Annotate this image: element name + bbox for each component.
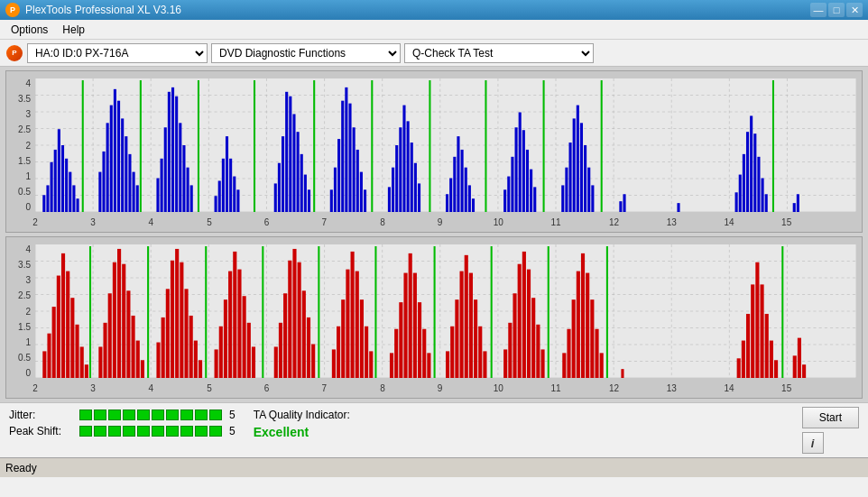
svg-rect-58 [218,180,221,212]
svg-rect-61 [229,159,232,212]
svg-rect-261 [581,253,585,378]
green-bar [108,410,121,420]
green-bar [152,410,164,420]
svg-rect-83 [356,150,359,212]
info-button[interactable]: i [802,432,824,454]
svg-rect-133 [750,115,753,212]
green-bar [137,410,150,420]
svg-rect-66 [278,163,281,212]
svg-rect-168 [61,253,65,378]
svg-rect-208 [279,323,282,378]
jitter-bars [79,410,222,420]
svg-rect-221 [351,252,355,378]
svg-rect-270 [746,314,750,378]
menu-help[interactable]: Help [55,22,92,38]
close-button[interactable]: ✕ [846,3,863,17]
svg-rect-254 [536,325,540,378]
device-select[interactable]: HA:0 ID:0 PX-716A [27,43,208,63]
svg-rect-36 [106,123,109,212]
svg-rect-255 [540,349,544,378]
minimize-button[interactable]: — [810,3,826,17]
svg-rect-114 [533,187,536,212]
menu-bar: Options Help [0,20,868,40]
svg-rect-222 [356,272,359,378]
svg-rect-215 [311,345,315,378]
green-bar [123,410,135,420]
maximize-button[interactable]: □ [828,3,845,17]
svg-rect-134 [753,133,756,212]
green-bar [166,410,179,420]
device-icon: P [5,44,23,62]
function-select[interactable]: DVD Diagnostic Functions [211,43,401,63]
svg-rect-76 [330,189,333,212]
svg-rect-267 [621,369,623,378]
y-axis-red: 4 3.5 3 2.5 2 1.5 1 0.5 0 [6,244,33,378]
status-area: Jitter: 5 Peak Shift: [0,403,793,457]
svg-rect-95 [418,183,420,212]
menu-options[interactable]: Options [4,22,55,38]
svg-rect-118 [569,143,572,212]
svg-rect-40 [121,118,124,212]
svg-rect-68 [285,92,288,212]
svg-rect-107 [507,177,510,212]
svg-rect-46 [156,179,159,212]
svg-rect-209 [283,293,287,378]
svg-rect-236 [434,246,436,378]
svg-rect-264 [595,329,598,378]
svg-rect-173 [85,364,88,378]
svg-rect-62 [233,177,235,212]
svg-rect-223 [360,299,364,378]
svg-rect-26 [54,150,57,212]
svg-rect-234 [422,329,426,378]
svg-rect-191 [180,262,183,378]
svg-rect-252 [527,270,531,378]
svg-rect-238 [450,327,454,378]
svg-rect-201 [233,252,236,378]
svg-rect-206 [262,246,263,378]
jitter-row: Jitter: 5 [9,409,235,421]
svg-rect-34 [98,172,101,212]
charts-area: 4 3.5 3 2.5 2 1.5 1 0.5 0 [0,67,868,402]
svg-rect-89 [395,145,398,212]
peak-shift-label: Peak Shift: [9,425,72,437]
svg-rect-117 [565,168,568,212]
svg-rect-123 [587,168,590,212]
svg-rect-171 [75,325,78,378]
svg-rect-199 [224,299,227,378]
svg-rect-56 [198,80,199,212]
peak-shift-bars [79,426,222,437]
y-axis-blue: 4 3.5 3 2.5 2 1.5 1 0.5 0 [6,78,33,212]
bottom-area: Jitter: 5 Peak Shift: [0,402,868,457]
svg-rect-246 [491,246,493,378]
test-select[interactable]: Q-Check TA Test [404,43,594,63]
svg-rect-183 [136,341,140,378]
svg-rect-229 [399,302,402,378]
svg-rect-88 [392,168,394,212]
svg-rect-185 [147,246,149,378]
svg-rect-174 [89,246,91,378]
svg-rect-186 [156,343,160,378]
svg-rect-169 [66,272,69,378]
svg-rect-63 [236,189,239,212]
svg-rect-122 [584,145,586,212]
svg-rect-182 [132,316,135,378]
green-bar [195,410,208,420]
svg-rect-202 [237,270,241,378]
svg-rect-37 [110,106,113,212]
svg-rect-178 [113,262,116,378]
svg-rect-91 [402,106,405,212]
svg-rect-96 [429,80,430,212]
svg-rect-243 [474,299,477,378]
svg-rect-179 [117,249,121,378]
svg-rect-274 [765,314,769,378]
svg-rect-71 [297,132,300,212]
svg-rect-263 [590,299,594,378]
start-button[interactable]: Start [802,407,859,428]
svg-rect-105 [485,80,486,212]
svg-rect-165 [47,334,51,378]
svg-rect-268 [737,358,741,378]
svg-rect-74 [308,189,310,212]
svg-rect-253 [531,298,535,378]
svg-rect-251 [522,252,526,378]
svg-rect-230 [403,273,407,378]
